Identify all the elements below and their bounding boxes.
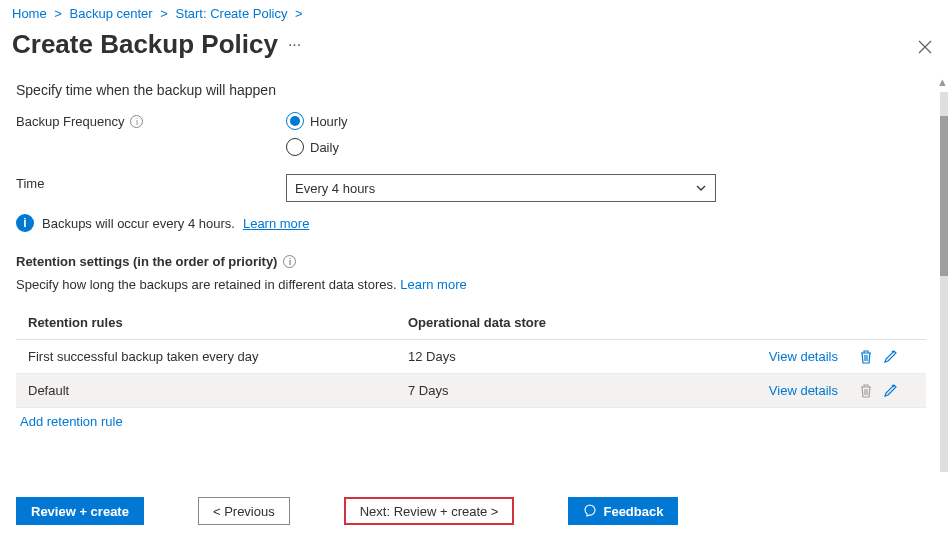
edit-icon[interactable] [883,349,898,365]
time-label: Time [16,176,44,191]
previous-button[interactable]: < Previous [198,497,290,525]
info-learn-more-link[interactable]: Learn more [243,216,309,231]
backup-frequency-daily[interactable]: Daily [286,138,348,156]
footer: Review + create < Previous Next: Review … [16,497,678,525]
table-row: First successful backup taken every day … [16,340,926,374]
page-header: Create Backup Policy ··· [0,27,950,74]
backup-frequency-row: Backup Frequency i Hourly Daily [16,112,934,156]
retention-subtitle: Specify how long the backups are retaine… [16,277,934,292]
delete-icon[interactable] [859,349,873,365]
rule-store: 12 Days [408,349,658,364]
page-title: Create Backup Policy [12,29,278,60]
edit-icon[interactable] [883,383,898,399]
next-review-create-button[interactable]: Next: Review + create > [344,497,515,525]
radio-label-hourly: Hourly [310,114,348,129]
time-select[interactable]: Every 4 hours [286,174,716,202]
more-actions-icon[interactable]: ··· [288,36,301,54]
feedback-label: Feedback [603,504,663,519]
info-banner: i Backups will occur every 4 hours. Lear… [16,214,934,232]
radio-selected-icon [286,112,304,130]
view-details-link[interactable]: View details [769,383,838,398]
close-icon[interactable] [918,36,932,54]
add-retention-rule-link[interactable]: Add retention rule [20,414,123,429]
chevron-right-icon: > [54,6,62,21]
backup-frequency-hourly[interactable]: Hourly [286,112,348,130]
retention-title: Retention settings (in the order of prio… [16,254,277,269]
col-header-store: Operational data store [408,315,658,330]
breadcrumb-home[interactable]: Home [12,6,47,21]
breadcrumb-start-create-policy[interactable]: Start: Create Policy [175,6,287,21]
radio-label-daily: Daily [310,140,339,155]
schedule-subheader: Specify time when the backup will happen [16,82,934,98]
time-row: Time Every 4 hours [16,174,934,202]
breadcrumb-backup-center[interactable]: Backup center [70,6,153,21]
backup-frequency-label: Backup Frequency [16,114,124,129]
retention-table: Retention rules Operational data store F… [16,306,926,408]
radio-unselected-icon [286,138,304,156]
table-row: Default 7 Days View details [16,374,926,408]
feedback-icon [583,504,597,518]
feedback-button[interactable]: Feedback [568,497,678,525]
delete-icon [859,383,873,399]
info-icon[interactable]: i [130,115,143,128]
info-banner-text: Backups will occur every 4 hours. [42,216,235,231]
chevron-right-icon: > [295,6,303,21]
main-content: Specify time when the backup will happen… [0,82,950,429]
review-create-button[interactable]: Review + create [16,497,144,525]
chevron-down-icon [695,182,707,194]
chevron-right-icon: > [160,6,168,21]
retention-learn-more-link[interactable]: Learn more [400,277,466,292]
breadcrumb: Home > Backup center > Start: Create Pol… [0,0,950,27]
info-badge-icon: i [16,214,34,232]
time-select-value: Every 4 hours [295,181,375,196]
view-details-link[interactable]: View details [769,349,838,364]
info-icon[interactable]: i [283,255,296,268]
rule-name: First successful backup taken every day [28,349,408,364]
rule-store: 7 Days [408,383,658,398]
col-header-rules: Retention rules [28,315,408,330]
rule-name: Default [28,383,408,398]
